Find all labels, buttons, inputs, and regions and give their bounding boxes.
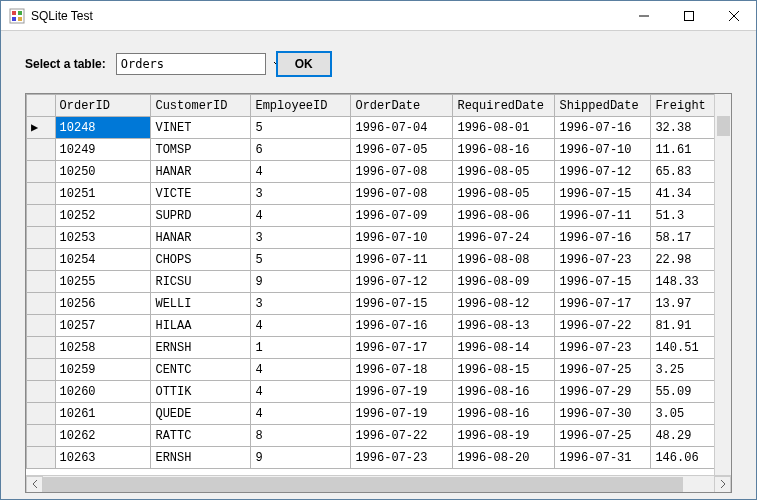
table-row[interactable]: 10249TOMSP61996-07-051996-08-161996-07-1… — [27, 139, 731, 161]
table-row[interactable]: 10251VICTE31996-07-081996-08-051996-07-1… — [27, 183, 731, 205]
cell[interactable]: 5 — [251, 249, 351, 271]
cell[interactable]: 3 — [251, 293, 351, 315]
data-grid[interactable]: OrderIDCustomerIDEmployeeIDOrderDateRequ… — [25, 93, 732, 493]
table-row[interactable]: 10256WELLI31996-07-151996-08-121996-07-1… — [27, 293, 731, 315]
table-combobox[interactable] — [116, 53, 266, 75]
cell[interactable]: 1996-07-09 — [351, 205, 453, 227]
cell[interactable]: 1996-08-20 — [453, 447, 555, 469]
column-header[interactable]: OrderDate — [351, 95, 453, 117]
cell[interactable]: 1996-07-15 — [555, 183, 651, 205]
cell[interactable]: 1996-08-05 — [453, 183, 555, 205]
cell[interactable]: 1996-07-22 — [555, 315, 651, 337]
cell[interactable]: 5 — [251, 117, 351, 139]
cell[interactable]: 1996-07-04 — [351, 117, 453, 139]
cell[interactable]: 1996-08-05 — [453, 161, 555, 183]
cell[interactable]: SUPRD — [151, 205, 251, 227]
cell[interactable]: 4 — [251, 315, 351, 337]
row-header[interactable] — [27, 315, 56, 337]
cell[interactable]: 10255 — [55, 271, 151, 293]
row-header[interactable] — [27, 227, 56, 249]
cell[interactable]: 1996-08-09 — [453, 271, 555, 293]
cell[interactable]: QUEDE — [151, 403, 251, 425]
cell[interactable]: 4 — [251, 161, 351, 183]
cell[interactable]: 1996-07-11 — [555, 205, 651, 227]
column-header[interactable]: OrderID — [55, 95, 151, 117]
cell[interactable]: 1996-07-12 — [555, 161, 651, 183]
cell[interactable]: 10263 — [55, 447, 151, 469]
row-header[interactable] — [27, 381, 56, 403]
cell[interactable]: HANAR — [151, 227, 251, 249]
row-header[interactable] — [27, 139, 56, 161]
cell[interactable]: 1996-07-22 — [351, 425, 453, 447]
cell[interactable]: 1996-07-30 — [555, 403, 651, 425]
cell[interactable]: CENTC — [151, 359, 251, 381]
cell[interactable]: 1996-07-31 — [555, 447, 651, 469]
cell[interactable]: 10254 — [55, 249, 151, 271]
vertical-scrollbar-thumb[interactable] — [717, 116, 730, 136]
row-header[interactable] — [27, 403, 56, 425]
cell[interactable]: 1996-07-18 — [351, 359, 453, 381]
cell[interactable]: 1996-07-29 — [555, 381, 651, 403]
cell[interactable]: 10256 — [55, 293, 151, 315]
cell[interactable]: 1996-08-06 — [453, 205, 555, 227]
table-row[interactable]: 10263ERNSH91996-07-231996-08-201996-07-3… — [27, 447, 731, 469]
column-header[interactable]: ShippedDate — [555, 95, 651, 117]
cell[interactable]: 1996-07-12 — [351, 271, 453, 293]
cell[interactable]: 1996-07-17 — [555, 293, 651, 315]
table-combobox-input[interactable] — [121, 57, 274, 71]
cell[interactable]: 1996-08-16 — [453, 381, 555, 403]
cell[interactable]: RICSU — [151, 271, 251, 293]
table-row[interactable]: 10262RATTC81996-07-221996-08-191996-07-2… — [27, 425, 731, 447]
cell[interactable]: 1996-07-19 — [351, 403, 453, 425]
cell[interactable]: 4 — [251, 359, 351, 381]
cell[interactable]: 10258 — [55, 337, 151, 359]
table-row[interactable]: 10260OTTIK41996-07-191996-08-161996-07-2… — [27, 381, 731, 403]
cell[interactable]: 10248 — [55, 117, 151, 139]
table-row[interactable]: 10257HILAA41996-07-161996-08-131996-07-2… — [27, 315, 731, 337]
table-row[interactable]: 10258ERNSH11996-07-171996-08-141996-07-2… — [27, 337, 731, 359]
cell[interactable]: 1996-07-15 — [555, 271, 651, 293]
cell[interactable]: 10252 — [55, 205, 151, 227]
titlebar[interactable]: SQLite Test — [1, 1, 756, 31]
cell[interactable]: 1996-08-01 — [453, 117, 555, 139]
horizontal-scrollbar-thumb[interactable] — [43, 477, 683, 492]
cell[interactable]: 1996-07-23 — [555, 249, 651, 271]
horizontal-scrollbar-track[interactable] — [43, 476, 714, 493]
row-header[interactable] — [27, 359, 56, 381]
cell[interactable]: OTTIK — [151, 381, 251, 403]
table-row[interactable]: 10253HANAR31996-07-101996-07-241996-07-1… — [27, 227, 731, 249]
table-row[interactable]: 10255RICSU91996-07-121996-08-091996-07-1… — [27, 271, 731, 293]
table-row[interactable]: 10250HANAR41996-07-081996-08-051996-07-1… — [27, 161, 731, 183]
cell[interactable]: 10261 — [55, 403, 151, 425]
scroll-right-button[interactable] — [714, 476, 731, 493]
cell[interactable]: 1996-07-16 — [351, 315, 453, 337]
cell[interactable]: ERNSH — [151, 337, 251, 359]
cell[interactable]: 1996-08-15 — [453, 359, 555, 381]
column-header[interactable]: CustomerID — [151, 95, 251, 117]
cell[interactable]: CHOPS — [151, 249, 251, 271]
ok-button[interactable]: OK — [276, 51, 332, 77]
row-header[interactable] — [27, 425, 56, 447]
row-header[interactable] — [27, 183, 56, 205]
scroll-left-button[interactable] — [26, 476, 43, 493]
table-row[interactable]: 10254CHOPS51996-07-111996-08-081996-07-2… — [27, 249, 731, 271]
table-row[interactable]: 10259CENTC41996-07-181996-08-151996-07-2… — [27, 359, 731, 381]
cell[interactable]: TOMSP — [151, 139, 251, 161]
cell[interactable]: 1996-07-05 — [351, 139, 453, 161]
cell[interactable]: 1996-07-15 — [351, 293, 453, 315]
cell[interactable]: 3 — [251, 183, 351, 205]
table-row[interactable]: 10252SUPRD41996-07-091996-08-061996-07-1… — [27, 205, 731, 227]
cell[interactable]: 1996-07-24 — [453, 227, 555, 249]
table-row[interactable]: ▶10248VINET51996-07-041996-08-011996-07-… — [27, 117, 731, 139]
cell[interactable]: RATTC — [151, 425, 251, 447]
cell[interactable]: 1996-07-10 — [555, 139, 651, 161]
row-header-corner[interactable] — [27, 95, 56, 117]
cell[interactable]: 1996-07-10 — [351, 227, 453, 249]
vertical-scrollbar[interactable] — [714, 94, 731, 475]
row-header[interactable]: ▶ — [27, 117, 56, 139]
row-header[interactable] — [27, 249, 56, 271]
cell[interactable]: 1996-07-17 — [351, 337, 453, 359]
cell[interactable]: VINET — [151, 117, 251, 139]
cell[interactable]: 1996-07-16 — [555, 117, 651, 139]
close-button[interactable] — [711, 1, 756, 30]
